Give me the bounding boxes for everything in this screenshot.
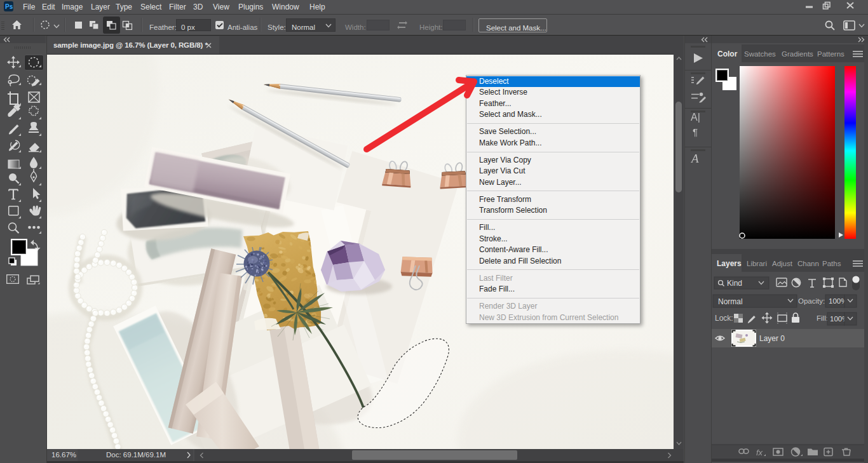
svg-text:Kind: Kind <box>727 279 742 288</box>
svg-text:Opacity:: Opacity: <box>798 297 825 305</box>
svg-text:A|: A| <box>691 112 700 123</box>
svg-text:A: A <box>690 152 699 165</box>
svg-text:Swatches: Swatches <box>744 50 776 58</box>
svg-text:Chann: Chann <box>797 260 819 267</box>
svg-text:Gradients: Gradients <box>782 50 813 58</box>
svg-text:fx: fx <box>756 448 763 457</box>
svg-text:Fill:: Fill: <box>817 314 828 322</box>
svg-text:Adjust: Adjust <box>772 260 793 267</box>
svg-text:Normal: Normal <box>718 297 743 306</box>
svg-text:¶: ¶ <box>693 126 698 137</box>
svg-text:Patterns: Patterns <box>817 50 844 58</box>
svg-text:Layers: Layers <box>717 259 742 268</box>
svg-text:Librari: Librari <box>747 260 767 267</box>
svg-text:Lock:: Lock: <box>715 314 733 323</box>
svg-text:Layer 0: Layer 0 <box>759 334 785 343</box>
svg-text:Ps: Ps <box>5 3 13 10</box>
svg-text:Color: Color <box>717 50 738 58</box>
svg-text:Paths: Paths <box>822 260 841 267</box>
